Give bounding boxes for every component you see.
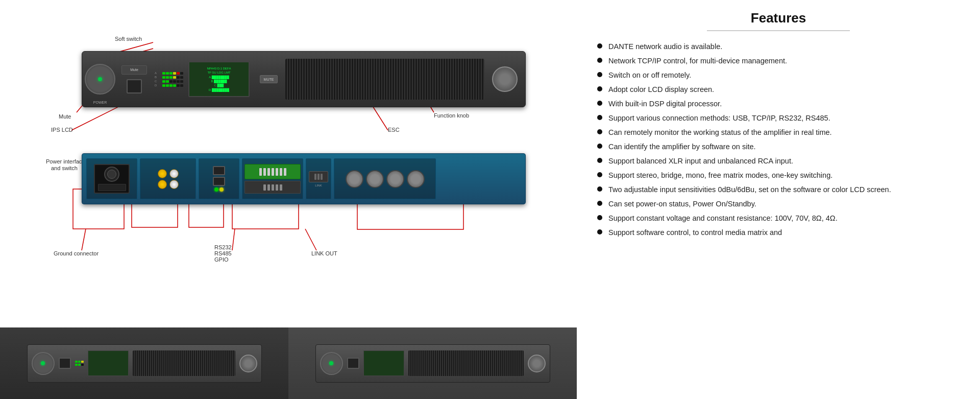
phoenix-module	[242, 158, 303, 199]
bullet-7	[597, 129, 602, 134]
thumbnail-left	[0, 327, 288, 399]
thumb-usb-2	[347, 358, 359, 369]
feature-item-6: Support various connection methods: USB,…	[597, 113, 960, 124]
lcd-text: NPA43 D.1 DEFATP SU LDG LMTA ████████B █…	[207, 66, 231, 92]
balanced-module	[334, 158, 436, 199]
feature-text-6: Support various connection methods: USB,…	[608, 113, 830, 124]
usb-port	[127, 79, 142, 93]
feature-item-14: Support software control, to control med…	[597, 227, 960, 238]
feature-text-10: Support stereo, bridge, mono, free matri…	[608, 170, 832, 181]
feature-text-1: DANTE network audio is available.	[608, 41, 722, 52]
thumb-power-btn	[32, 352, 55, 375]
rj45-port	[213, 166, 225, 175]
bullet-6	[597, 115, 602, 120]
feature-item-12: Can set power-on status, Power On/Standb…	[597, 199, 960, 209]
bullet-14	[597, 229, 602, 234]
tcpip-module	[199, 158, 239, 199]
feature-text-11: Two adjustable input sensitivities 0dBu/…	[608, 184, 891, 195]
output-module	[140, 158, 196, 199]
function-knob	[492, 66, 518, 92]
feature-item-9: Support balanced XLR input and unbalance…	[597, 156, 960, 167]
feature-item-8: Can identify the amplifier by software o…	[597, 142, 960, 152]
svg-line-19	[82, 229, 86, 250]
bullet-13	[597, 215, 602, 220]
thumb-vent	[133, 350, 235, 376]
feature-text-9: Support balanced XLR input and unbalance…	[608, 156, 793, 167]
feature-item-11: Two adjustable input sensitivities 0dBu/…	[597, 184, 960, 195]
power-text: POWER	[93, 101, 107, 104]
label-ips-lcd: IPS LCD	[51, 127, 73, 133]
feature-item-10: Support stereo, bridge, mono, free matri…	[597, 170, 960, 181]
bullet-11	[597, 186, 602, 192]
feature-item-4: Adopt color LCD display screen.	[597, 84, 960, 95]
amplifier-front: POWER Mute A B C D	[82, 51, 526, 107]
mute-button-front: Mute	[121, 65, 147, 75]
label-function-knob: Function knob	[434, 112, 469, 119]
thumb-amp-front-2	[315, 344, 550, 383]
lcd-display: NPA43 D.1 DEFATP SU LDG LMTA ████████B █…	[188, 61, 250, 97]
feature-text-3: Switch on or off remotely.	[608, 70, 691, 81]
bullet-12	[597, 201, 602, 206]
thumb-knob-2	[528, 355, 546, 372]
feature-text-8: Can identify the amplifier by software o…	[608, 142, 756, 152]
thumbnail-right	[288, 327, 577, 399]
feature-text-5: With built-in DSP digital processor.	[608, 99, 722, 109]
feature-text-13: Support constant voltage and constant re…	[608, 213, 838, 224]
mute-label: Mute	[130, 68, 138, 72]
bullet-1	[597, 43, 602, 49]
power-button	[85, 64, 115, 95]
bullet-8	[597, 144, 602, 149]
feature-item-1: DANTE network audio is available.	[597, 41, 960, 52]
feature-text-14: Support software control, to control med…	[608, 227, 782, 238]
bullet-2	[597, 58, 602, 63]
thumb-usb	[59, 358, 71, 369]
feature-text-4: Adopt color LCD display screen.	[608, 84, 714, 95]
features-divider	[707, 30, 850, 31]
left-panel: Soft switch POWER indicator USB (type-B)…	[0, 0, 577, 399]
channel-indicators: A B C D	[155, 72, 183, 87]
power-module	[86, 158, 137, 199]
feature-item-5: With built-in DSP digital processor.	[597, 99, 960, 109]
svg-line-23	[305, 229, 316, 250]
rj45-port-2	[213, 177, 225, 186]
label-ground: Ground connector	[54, 250, 99, 256]
bullet-3	[597, 72, 602, 77]
front-view: POWER Mute A B C D	[15, 51, 561, 107]
thumb-lcd	[88, 350, 129, 376]
label-soft-switch: Soft switch	[115, 36, 142, 42]
thumb-power-btn-2	[320, 352, 343, 375]
svg-text:GPIO: GPIO	[214, 256, 229, 263]
vent-grille	[285, 59, 484, 100]
label-esc: ESC	[388, 127, 400, 133]
svg-line-20	[232, 229, 235, 250]
mute-right: MUTE	[260, 75, 278, 83]
feature-item-2: Network TCP/IP control, for multi-device…	[597, 56, 960, 66]
feature-item-7: Can remotely monitor the working status …	[597, 127, 960, 138]
feature-item-13: Support constant voltage and constant re…	[597, 213, 960, 224]
label-mute: Mute	[59, 113, 71, 120]
xlr-connectors	[346, 170, 425, 188]
feature-text-2: Network TCP/IP control, for multi-device…	[608, 56, 787, 66]
feature-text-7: Can remotely monitor the working status …	[608, 127, 832, 138]
back-view: LINK	[15, 153, 561, 204]
svg-text:RS485: RS485	[214, 250, 232, 256]
feature-item-3: Switch on or off remotely.	[597, 70, 960, 81]
bullet-5	[597, 101, 602, 106]
bottom-thumbnails	[0, 327, 577, 399]
thumb-vent-2	[408, 350, 524, 376]
feature-text-12: Can set power-on status, Power On/Standb…	[608, 199, 756, 209]
bullet-10	[597, 172, 602, 177]
main-container: Soft switch POWER indicator USB (type-B)…	[0, 0, 980, 399]
features-title: Features	[597, 10, 960, 26]
right-panel: Features DANTE network audio is availabl…	[577, 0, 980, 399]
thumb-amp-front	[27, 344, 262, 383]
thumb-knob	[239, 355, 257, 372]
label-rs232: RS232	[214, 244, 232, 250]
amplifier-back: LINK	[82, 153, 526, 204]
rs232-module: LINK	[306, 158, 331, 199]
power-indicator-led	[98, 77, 102, 81]
bullet-4	[597, 86, 602, 91]
label-linkout: LINK OUT	[311, 250, 337, 256]
thumb-lcd-2	[363, 350, 404, 376]
features-list: DANTE network audio is available. Networ…	[597, 41, 960, 238]
